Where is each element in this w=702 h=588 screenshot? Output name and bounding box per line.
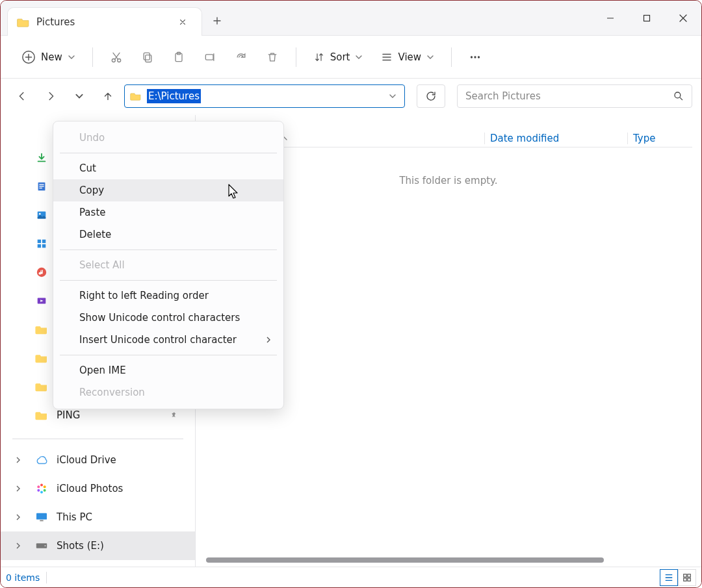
tab-close-button[interactable] <box>174 14 191 31</box>
svg-rect-21 <box>38 244 41 248</box>
chevron-down-icon <box>68 53 75 61</box>
ctx-insert-unicode[interactable]: Insert Unicode control character <box>53 329 283 351</box>
view-button[interactable]: View <box>373 44 442 70</box>
file-explorer-window: Pictures <box>0 0 702 588</box>
svg-rect-5 <box>144 53 150 60</box>
svg-rect-36 <box>684 574 686 576</box>
address-selected-text[interactable]: E:\Pictures <box>147 89 201 103</box>
refresh-button[interactable] <box>417 84 445 108</box>
rename-icon <box>203 51 216 64</box>
sidebar-tree-icloud-drive[interactable]: iCloud Drive <box>1 446 195 474</box>
list-icon <box>381 51 393 63</box>
paste-button[interactable] <box>164 44 193 70</box>
ctx-undo: Undo <box>53 127 283 149</box>
close-window-button[interactable] <box>665 1 701 35</box>
copy-button[interactable] <box>133 44 162 70</box>
copy-icon <box>141 51 154 64</box>
ctx-separator <box>60 355 277 355</box>
sort-label: Sort <box>330 51 350 63</box>
details-view-toggle[interactable] <box>660 569 678 586</box>
svg-point-26 <box>40 484 43 487</box>
svg-point-35 <box>45 545 46 546</box>
recent-locations-button[interactable] <box>67 84 92 109</box>
maximize-button[interactable] <box>629 1 665 35</box>
ctx-cut[interactable]: Cut <box>53 157 283 179</box>
sidebar-tree-this-pc[interactable]: This PC <box>1 503 195 531</box>
chevron-right-icon[interactable] <box>12 540 24 552</box>
svg-point-12 <box>675 92 681 98</box>
cut-button[interactable] <box>102 44 131 70</box>
separator <box>46 572 47 583</box>
folder-icon <box>34 379 49 394</box>
chevron-right-icon[interactable] <box>12 454 24 466</box>
svg-rect-14 <box>39 184 44 185</box>
view-label: View <box>398 51 421 63</box>
sort-button[interactable]: Sort <box>306 44 371 70</box>
ctx-delete[interactable]: Delete <box>53 224 283 246</box>
folder-icon <box>34 322 49 337</box>
plus-circle-icon <box>21 50 36 64</box>
picture-icon <box>34 208 49 222</box>
chevron-right-icon[interactable] <box>12 483 24 494</box>
up-button[interactable] <box>96 84 120 109</box>
search-icon <box>673 91 684 101</box>
new-label: New <box>41 51 62 63</box>
horizontal-scrollbar[interactable] <box>206 557 604 563</box>
sidebar-item-label: PING <box>57 409 80 421</box>
rename-button[interactable] <box>196 44 224 70</box>
sidebar-tree-shots-drive[interactable]: Shots (E:) <box>1 531 195 560</box>
tab-title: Pictures <box>36 16 168 28</box>
thumbnails-view-toggle[interactable] <box>678 569 696 586</box>
monitor-icon <box>34 510 49 524</box>
cloud-icon <box>34 453 49 467</box>
address-history-button[interactable] <box>386 92 399 100</box>
more-button[interactable] <box>461 44 489 70</box>
share-button[interactable] <box>227 44 255 70</box>
forward-button[interactable] <box>38 84 63 109</box>
ctx-rtl-reading[interactable]: Right to left Reading order <box>53 285 283 307</box>
svg-rect-22 <box>42 244 46 248</box>
ctx-show-unicode[interactable]: Show Unicode control characters <box>53 307 283 329</box>
refresh-icon <box>425 90 437 102</box>
search-box[interactable]: Search Pictures <box>457 84 692 108</box>
download-icon <box>34 151 49 165</box>
ctx-copy[interactable]: Copy <box>53 179 283 201</box>
sort-icon <box>313 51 325 63</box>
separator <box>451 47 452 67</box>
svg-point-10 <box>474 56 476 58</box>
folder-icon <box>34 351 49 365</box>
tab-pictures[interactable]: Pictures <box>7 7 202 36</box>
share-icon <box>235 51 248 64</box>
new-button[interactable]: New <box>14 44 83 70</box>
sidebar-tree-icloud-photos[interactable]: iCloud Photos <box>1 474 195 503</box>
address-bar[interactable]: E:\Pictures <box>124 84 405 108</box>
back-button[interactable] <box>10 84 34 109</box>
chevron-right-icon[interactable] <box>12 511 24 523</box>
clipboard-icon <box>172 51 185 64</box>
view-toggles <box>660 569 696 586</box>
document-icon <box>34 179 49 194</box>
ctx-reconversion: Reconversion <box>53 381 283 403</box>
search-placeholder: Search Pictures <box>465 90 541 102</box>
svg-rect-20 <box>42 240 46 243</box>
svg-point-30 <box>37 489 40 492</box>
ctx-paste[interactable]: Paste <box>53 201 283 224</box>
address-path[interactable]: E:\Pictures <box>147 89 201 103</box>
svg-point-28 <box>44 489 46 492</box>
ctx-open-ime[interactable]: Open IME <box>53 359 283 381</box>
delete-button[interactable] <box>258 44 287 70</box>
chevron-down-icon <box>426 53 434 61</box>
new-tab-button[interactable] <box>202 6 232 35</box>
sidebar-divider <box>12 439 183 439</box>
photos-icon <box>34 481 49 496</box>
ctx-separator <box>60 249 277 250</box>
ctx-separator <box>60 280 277 281</box>
minimize-button[interactable] <box>592 1 629 35</box>
svg-point-31 <box>37 485 40 488</box>
navigation-row: E:\Pictures Search Pictures <box>1 79 701 114</box>
command-bar: New Sort View <box>1 36 701 79</box>
separator <box>92 47 93 67</box>
trash-icon <box>266 51 279 64</box>
svg-rect-38 <box>684 578 686 580</box>
svg-rect-37 <box>688 574 690 576</box>
